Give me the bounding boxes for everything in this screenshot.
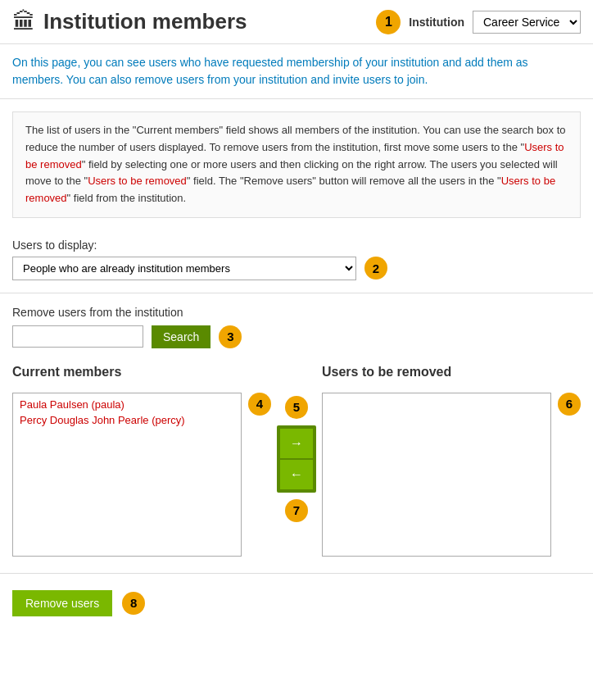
move-right-button[interactable]: →	[280, 429, 313, 458]
arrow-btn-group: → ←	[277, 425, 316, 493]
arrows-col: 5 → ← 7	[271, 365, 322, 522]
intro-text: On this page, you can see users who have…	[0, 44, 593, 99]
remove-section: Remove users from the institution Search…	[0, 298, 593, 357]
current-members-col: Current members Paula Paulsen (paula) Pe…	[12, 365, 271, 557]
users-to-remove-header: Users to be removed	[322, 365, 581, 386]
remove-section-title: Remove users from the institution	[12, 306, 581, 319]
step6-badge: 6	[558, 393, 581, 416]
current-members-listbox[interactable]: Paula Paulsen (paula) Percy Douglas John…	[12, 393, 242, 557]
step4-badge: 4	[248, 393, 271, 416]
info-box: The list of users in the "Current member…	[12, 111, 581, 218]
dropdown-row: People who are already institution membe…	[12, 257, 581, 280]
search-input[interactable]	[12, 325, 143, 348]
info-red2: Users to be removed	[88, 175, 187, 187]
current-members-header: Current members	[12, 365, 271, 386]
page-title: Institution members	[43, 9, 376, 34]
remove-users-button[interactable]: Remove users	[12, 590, 112, 616]
page-header: 🏛 Institution members 1 Institution Care…	[0, 0, 593, 44]
step8-badge: 8	[122, 592, 145, 615]
step1-badge: 1	[376, 10, 401, 34]
current-members-label: Current members	[12, 365, 121, 380]
list-item[interactable]: Percy Douglas John Pearle (percy)	[16, 412, 238, 428]
users-to-remove-listbox[interactable]	[322, 393, 551, 557]
step7-badge: 7	[285, 499, 308, 522]
step2-badge: 2	[364, 257, 387, 280]
lists-area: Current members Paula Paulsen (paula) Pe…	[0, 357, 593, 565]
institution-label: Institution	[409, 16, 464, 29]
users-to-remove-label: Users to be removed	[322, 365, 451, 380]
institution-icon: 🏛	[12, 8, 35, 35]
move-left-button[interactable]: ←	[280, 460, 313, 489]
users-to-remove-col: Users to be removed 6	[322, 365, 581, 557]
users-display-section: Users to display: People who are already…	[0, 230, 593, 289]
header-right: 1 Institution Career Service	[376, 10, 581, 34]
list-item[interactable]: Paula Paulsen (paula)	[16, 397, 238, 412]
search-row: Search 3	[12, 325, 581, 348]
users-display-label: Users to display:	[12, 239, 581, 252]
section-divider	[0, 293, 593, 293]
bottom-section: Remove users 8	[0, 573, 593, 641]
users-display-select[interactable]: People who are already institution membe…	[12, 257, 356, 280]
step3-badge: 3	[219, 325, 242, 348]
step5-badge: 5	[285, 396, 308, 419]
search-button[interactable]: Search	[152, 325, 210, 348]
info-red1: Users to be removed	[25, 141, 564, 170]
career-service-select[interactable]: Career Service	[473, 11, 581, 34]
